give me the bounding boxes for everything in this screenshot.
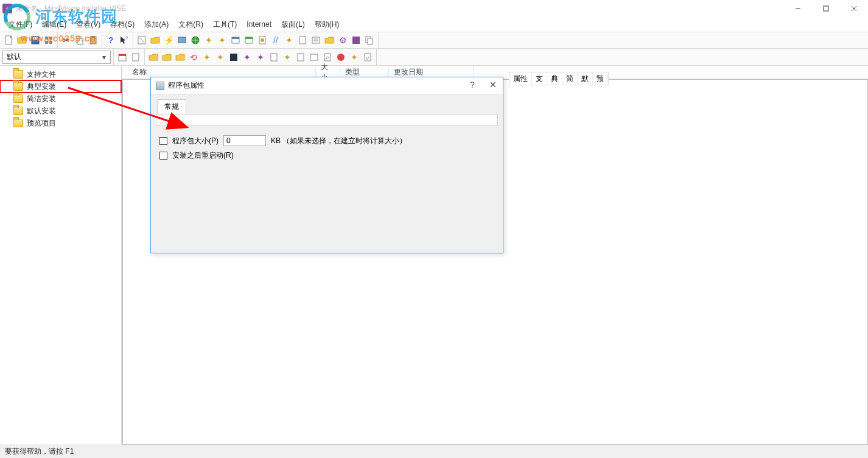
svg-rect-14 [91,36,95,38]
sidebar-tree: 支持文件 典型安装 简洁安装 默认安装 预览项目 [0,66,122,445]
tree-item-compact[interactable]: 简洁安装 [0,93,121,105]
doc-p-icon: P [323,52,332,62]
calendar-icon [117,52,127,62]
menubar: 文件(F) 编辑(E) 查看(V) 存档(S) 添加(A) 文档(R) 工具(T… [0,17,868,32]
tb-a18[interactable] [363,34,376,46]
tb-a1[interactable] [136,34,148,46]
tb-c17[interactable]: V [362,51,374,63]
dialog-close-button[interactable]: ✕ [487,80,499,90]
rtab-5[interactable]: 预 [593,72,608,85]
svg-rect-17 [178,37,186,43]
tb-c8[interactable]: ✦ [241,51,253,63]
maximize-button[interactable] [812,0,840,17]
tb-a14[interactable] [310,34,322,46]
folder-icon [13,70,23,79]
maximize-icon [823,5,829,12]
tb-a7[interactable]: ✦ [216,34,228,46]
tb-c14[interactable]: P [321,51,334,63]
tb-a10[interactable] [256,34,268,46]
svg-rect-33 [119,54,126,56]
tb-a5[interactable] [189,34,201,46]
rtab-2[interactable]: 典 [547,72,562,85]
tb-a3[interactable]: ⚡ [163,34,175,46]
new-button[interactable] [2,34,15,46]
tab-panel-strip [156,114,498,126]
tb-c10[interactable] [268,51,280,63]
minimize-icon [795,5,801,12]
tb-c15[interactable] [335,51,347,63]
menu-tools[interactable]: 工具(T) [209,18,240,31]
tree-item-default[interactable]: 默认安装 [0,105,121,117]
grid-button[interactable] [43,34,55,46]
close-button[interactable] [840,0,868,17]
tree-item-preview[interactable]: 预览项目 [0,117,121,129]
cut-button[interactable]: ✂ [60,34,72,46]
tb-a11[interactable]: // [270,34,282,46]
menu-help[interactable]: 帮助(H) [311,18,343,31]
rtab-props[interactable]: 属性 [509,72,532,85]
copy-button[interactable] [74,34,86,46]
tb-c16[interactable]: ✦ [348,51,360,63]
tb-a12[interactable]: ✦ [283,34,295,46]
svg-rect-7 [45,37,48,40]
tb-c11[interactable]: ✦ [281,51,293,63]
tb-c2[interactable] [161,51,173,63]
tree-item-typical[interactable]: 典型安装 [0,80,121,93]
tb-c3[interactable] [174,51,186,63]
tb-b2[interactable] [130,51,142,63]
tb-c6[interactable]: ✦ [214,51,226,63]
tree-item-support[interactable]: 支持文件 [0,68,121,80]
preset-combo[interactable]: 默认 ▾ [2,51,111,64]
rtab-4[interactable]: 默 [578,72,593,85]
tb-a17[interactable] [350,34,362,46]
rtab-1[interactable]: 支 [532,72,547,85]
folder-icon [13,82,23,91]
menu-view[interactable]: 查看(V) [72,18,104,31]
tb-a9[interactable] [243,34,255,46]
input-package-size[interactable] [223,135,266,146]
tb-a4[interactable] [176,34,188,46]
help-button[interactable]: ? [105,34,117,46]
tb-c7[interactable] [228,51,240,63]
tb-a2[interactable] [149,34,161,46]
tb-b1[interactable] [116,51,128,63]
save-button[interactable] [29,34,41,46]
dialog-help-button[interactable]: ? [466,80,478,90]
tb-a8[interactable] [229,34,242,46]
svg-rect-31 [368,38,373,44]
tb-a13[interactable] [296,34,309,46]
svg-rect-35 [230,54,237,61]
tb-c12[interactable] [295,51,307,63]
tb-c5[interactable]: ✦ [201,51,213,63]
menu-archive[interactable]: 存档(S) [107,18,138,31]
tb-a15[interactable] [323,34,335,46]
rtab-3[interactable]: 简 [562,72,578,85]
field-reboot: 安装之后重启动(R) [159,148,494,163]
menu-internet[interactable]: Internet [243,19,275,30]
menu-layout[interactable]: 版面(L) [278,18,309,31]
checkbox-reboot[interactable] [159,152,167,160]
tb-a6[interactable]: ✦ [203,34,215,46]
tb-c13[interactable] [308,51,320,63]
tb-c4[interactable]: ⟲ [187,51,200,63]
menu-document[interactable]: 文档(R) [175,18,207,31]
dialog-title: 程序包属性 [168,80,205,91]
tb-c1[interactable] [147,51,159,63]
folder-icon [13,107,23,115]
copy-icon [75,35,85,45]
doc-star-icon [298,35,307,45]
dialog-titlebar[interactable]: 程序包属性 ? ✕ [151,77,503,94]
menu-add[interactable]: 添加(A) [141,18,172,31]
menu-file[interactable]: 文件(F) [5,18,36,31]
context-help-button[interactable]: ? [118,34,130,46]
checkbox-package-size[interactable] [159,137,167,145]
paste-button[interactable] [87,34,99,46]
tab-general[interactable]: 常规 [157,99,186,114]
tb-a16[interactable]: ⚙ [337,34,349,46]
menu-edit[interactable]: 编辑(E) [38,18,70,31]
open-button[interactable] [16,34,28,46]
app-purple-icon [351,35,361,45]
new-doc-icon [4,35,13,45]
minimize-button[interactable] [784,0,812,17]
tb-c9[interactable]: ✦ [254,51,267,63]
